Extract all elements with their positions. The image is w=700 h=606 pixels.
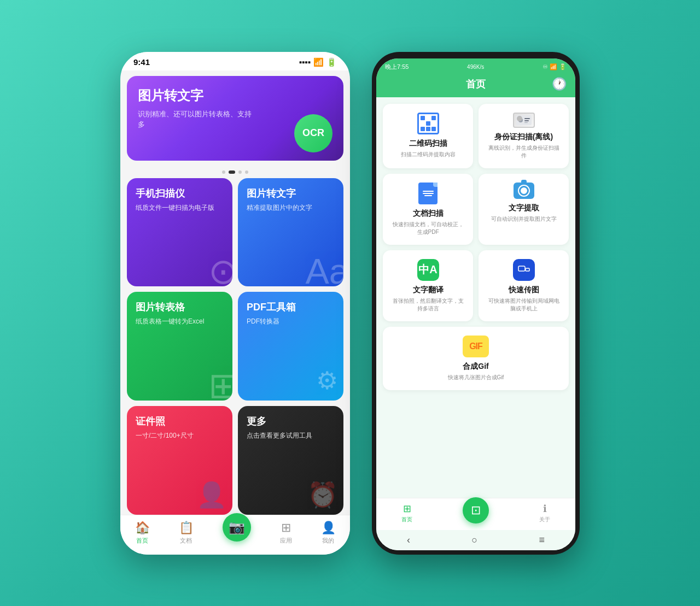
- svg-rect-5: [518, 266, 525, 271]
- card-translate[interactable]: 中A 文字翻译 首张拍照，然后翻译文字，支持多语言: [383, 250, 473, 321]
- id-scan-title: 身份证扫描(离线): [494, 132, 553, 142]
- wifi-icon: 📶: [313, 57, 324, 67]
- status-bar-right: 晚上7:55 496K/s ♾ 📶 🔋: [376, 58, 575, 73]
- card-transfer[interactable]: 快速传图 可快速将图片传输到局域网电脑或手机上: [479, 250, 569, 321]
- id-scan-sub: 离线识别，并生成身份证扫描件: [487, 144, 560, 160]
- right-phone-inner: 晚上7:55 496K/s ♾ 📶 🔋 首页 🕐: [376, 58, 575, 550]
- qr-title: 二维码扫描: [409, 139, 447, 149]
- nav-me[interactable]: 👤 我的: [321, 521, 336, 545]
- translate-sub: 首张拍照，然后翻译文字，支持多语言: [392, 297, 464, 313]
- card-gif[interactable]: GIF 合成Gif 快速将几张图片合成Gif: [383, 327, 569, 390]
- right-status-icons: ♾ 📶 🔋: [542, 63, 567, 70]
- r-home-icon: ⊞: [403, 503, 411, 515]
- scanner-title: 手机扫描仪: [136, 187, 224, 200]
- translate-title: 文字翻译: [413, 285, 444, 295]
- feature-scanner[interactable]: 手机扫描仪 纸质文件一键扫描为电子版 ⊙: [127, 178, 232, 287]
- pdf-title: PDF工具箱: [247, 301, 335, 314]
- right-grid: 二维码扫描 扫描二维码并提取内容 身份证扫描(离线): [383, 104, 569, 390]
- clock-icon[interactable]: 🕐: [552, 77, 567, 91]
- transfer-sub: 可快速将图片传输到局域网电脑或手机上: [487, 297, 560, 313]
- banner-subtitle: 识别精准、还可以图片转表格、支持多: [138, 109, 255, 130]
- network-speed: 496K/s: [467, 64, 484, 70]
- feature-id[interactable]: 证件照 一寸/二寸/100+尺寸 👤: [127, 406, 232, 515]
- banner-title: 图片转文字: [138, 87, 332, 104]
- right-content: 二维码扫描 扫描二维码并提取内容 身份证扫描(离线): [376, 97, 575, 498]
- nav-doc-label: 文档: [180, 537, 192, 545]
- svg-rect-0: [516, 115, 532, 125]
- battery-icon: 🔋: [326, 57, 337, 67]
- nav-doc[interactable]: 📋 文档: [179, 521, 194, 545]
- recents-button[interactable]: ≡: [539, 534, 545, 546]
- nav-home-label: 首页: [136, 537, 148, 545]
- right-header-title: 首页: [466, 78, 486, 91]
- qr-sub: 扫描二维码并提取内容: [401, 151, 456, 158]
- feature-more[interactable]: 更多 点击查看更多试用工具 ⏰: [238, 406, 343, 515]
- camera-button[interactable]: 📷: [223, 513, 251, 542]
- svg-rect-4: [524, 122, 528, 123]
- r-nav-home[interactable]: ⊞ 首页: [401, 503, 412, 523]
- right-bottom-nav: ⊞ 首页 ⊡ ℹ 关于: [376, 498, 575, 530]
- pdf-sub: PDF转换器: [247, 317, 335, 326]
- transfer-svg: [518, 264, 530, 276]
- more-title: 更多: [247, 415, 335, 428]
- gif-icon: GIF: [463, 336, 489, 357]
- time-left: 9:41: [133, 57, 150, 67]
- doc-scan-sub: 快速扫描文档，可自动校正，生成PDF: [392, 221, 464, 236]
- me-icon: 👤: [321, 521, 336, 535]
- feature-ocr[interactable]: 图片转文字 精准提取图片中的文字 Aa: [238, 178, 343, 287]
- svg-point-1: [518, 118, 523, 122]
- banner-dots: [120, 170, 350, 174]
- doc-scan-title: 文档扫描: [413, 209, 444, 219]
- nav-app-label: 应用: [280, 537, 292, 545]
- r-nav-about-label: 关于: [539, 516, 550, 523]
- card-text-extract[interactable]: 文字提取 可自动识别并提取图片文字: [479, 174, 569, 245]
- ocr-title: 图片转文字: [247, 187, 335, 200]
- feature-pdf[interactable]: PDF工具箱 PDF转换器 ⚙: [238, 292, 343, 401]
- r-about-icon: ℹ: [543, 503, 547, 515]
- table-title: 图片转表格: [136, 301, 224, 314]
- ocr-badge: OCR: [294, 114, 332, 152]
- card-doc-scan[interactable]: 文档扫描 快速扫描文档，可自动校正，生成PDF: [383, 174, 473, 245]
- home-button[interactable]: ○: [471, 534, 477, 546]
- id-card-icon: [513, 113, 535, 128]
- gif-sub: 快速将几张图片合成Gif: [448, 374, 504, 381]
- scanner-bg-icon: ⊙: [208, 251, 232, 286]
- status-bar-left: 9:41 ▪▪▪▪ 📶 🔋: [120, 52, 350, 70]
- ocr-bg-icon: Aa: [305, 251, 343, 286]
- nav-camera[interactable]: 📷: [223, 521, 251, 545]
- table-sub: 纸质表格一键转为Excel: [136, 317, 224, 326]
- banner[interactable]: 图片转文字 识别精准、还可以图片转表格、支持多 OCR: [127, 76, 343, 161]
- id-bg-icon: 👤: [196, 480, 227, 509]
- doc-scan-icon: [418, 183, 438, 204]
- doc-icon-nav: 📋: [179, 521, 194, 535]
- nav-home[interactable]: 🏠 首页: [135, 521, 150, 545]
- camera-icon: 📷: [229, 520, 245, 535]
- bottom-nav-left: 🏠 首页 📋 文档 📷 ⊞ 应用 👤 我的: [120, 515, 350, 555]
- right-phone: 晚上7:55 496K/s ♾ 📶 🔋 首页 🕐: [372, 52, 580, 555]
- scanner-sub: 纸质文件一键扫描为电子版: [136, 203, 224, 213]
- back-button[interactable]: ‹: [407, 534, 410, 546]
- transfer-title: 快速传图: [509, 285, 539, 295]
- dot-4: [245, 170, 248, 174]
- qr-scan-icon: [417, 113, 439, 134]
- table-bg-icon: ⊞: [208, 365, 232, 401]
- dot-2: [229, 170, 235, 174]
- svg-rect-2: [524, 118, 530, 119]
- card-id-scan[interactable]: 身份证扫描(离线) 离线识别，并生成身份证扫描件: [479, 104, 569, 168]
- dot-3: [238, 170, 242, 174]
- nav-app[interactable]: ⊞ 应用: [280, 521, 292, 545]
- feature-table[interactable]: 图片转表格 纸质表格一键转为Excel ⊞: [127, 292, 232, 401]
- svg-rect-3: [524, 120, 529, 121]
- transfer-icon: [513, 259, 535, 281]
- nav-me-label: 我的: [322, 537, 334, 545]
- card-qr[interactable]: 二维码扫描 扫描二维码并提取内容: [383, 104, 473, 168]
- ocr-sub: 精准提取图片中的文字: [247, 203, 335, 213]
- left-phone: 9:41 ▪▪▪▪ 📶 🔋 图片转文字 识别精准、还可以图片转表格、支持多 OC…: [120, 52, 350, 555]
- r-nav-scan[interactable]: ⊡: [463, 497, 489, 523]
- status-icons-left: ▪▪▪▪ 📶 🔋: [299, 57, 337, 67]
- home-icon: 🏠: [135, 521, 150, 535]
- translate-icon: 中A: [417, 259, 439, 281]
- more-sub: 点击查看更多试用工具: [247, 431, 335, 440]
- r-nav-about[interactable]: ℹ 关于: [539, 503, 550, 523]
- feature-grid: 手机扫描仪 纸质文件一键扫描为电子版 ⊙ 图片转文字 精准提取图片中的文字 Aa…: [120, 178, 350, 515]
